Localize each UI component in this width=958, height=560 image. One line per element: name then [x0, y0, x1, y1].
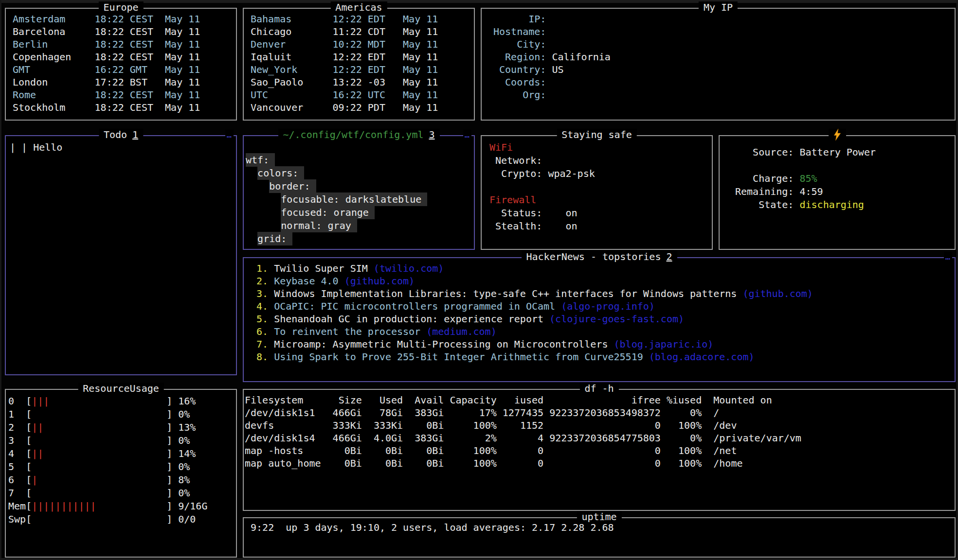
story-rank: 2. — [256, 275, 268, 287]
battery-line-label: Charge: — [735, 173, 794, 184]
uptime-output: 9:22 up 3 days, 19:10, 2 users, load ave… — [244, 518, 955, 557]
story-rank: 3. — [256, 288, 268, 299]
yaml-text-highlighted: focused: orange — [281, 206, 375, 219]
panel-todo[interactable]: Todo1 … | | Hello — [5, 135, 237, 375]
hackernews-story[interactable]: 3. Windows Implementation Libraries: typ… — [256, 287, 955, 300]
battery-line — [735, 159, 955, 172]
terminal-chrome-top — [0, 0, 958, 3]
meter-bracket-open: [ — [26, 395, 32, 407]
meter-value: 0% — [172, 461, 190, 472]
meter-bars: | — [32, 474, 166, 486]
clock-row: Copenhagen 18:22 CEST May 11 — [13, 51, 236, 63]
meter-bracket-close: ] — [166, 408, 172, 420]
ip-field-label: City: — [493, 38, 546, 50]
story-rank: 7. — [256, 338, 268, 350]
panel-hackernews[interactable]: HackerNews - topstories2 … 1. Twilio Sup… — [243, 257, 956, 382]
clock-row: Sao_Paolo 13:22 -03 May 11 — [251, 76, 474, 88]
usage-meter-row: 1 [ ] 0% — [8, 408, 236, 421]
ip-field-label: Coords: — [493, 76, 546, 88]
yaml-indent — [246, 207, 281, 218]
hackernews-story[interactable]: 2. Keybase 4.0 (github.com) — [256, 275, 955, 287]
todo-item[interactable]: | | Hello — [10, 141, 236, 154]
meter-bracket-open: [ — [26, 500, 32, 512]
europe-clock-list: Amsterdam 18:22 CEST May 11Barcelona 18:… — [6, 9, 236, 120]
meter-label: 1 — [8, 408, 26, 420]
usage-meter-row: Mem[||||||||||| ] 9/16G — [8, 500, 236, 513]
story-title: Shenandoah GC in production: experience … — [268, 313, 543, 325]
my-ip-fields: IP:Hostname: City: Region: California Co… — [482, 9, 955, 120]
hackernews-story[interactable]: 7. Microamp: Asymmetric Multi-Processing… — [256, 338, 955, 350]
story-source-link[interactable]: (clojure-goes-fast.com) — [543, 313, 684, 325]
security-line: Crypto: wpa2-psk — [489, 167, 712, 180]
meter-bracket-close: ] — [166, 500, 172, 512]
meter-value: 14% — [172, 448, 196, 459]
usage-meter-row: 7 [ ] 0% — [8, 487, 236, 500]
meter-bars — [32, 435, 166, 446]
yaml-indent — [246, 233, 257, 245]
meter-bars: ||| — [32, 395, 166, 407]
story-source-link[interactable]: (github.com) — [339, 275, 415, 287]
hackernews-story[interactable]: 1. Twilio Super SIM (twilio.com) — [256, 262, 955, 275]
clock-row: Stockholm 18:22 CEST May 11 — [13, 101, 236, 114]
story-source-link[interactable]: (medium.com) — [420, 326, 497, 337]
story-source-link[interactable]: (github.com) — [737, 288, 813, 299]
battery-line-value: discharging — [794, 199, 864, 210]
battery-line-value: Battery Power — [794, 146, 876, 158]
security-line: Firewall — [489, 193, 712, 207]
meter-value: 0% — [172, 435, 190, 446]
meter-label: 0 — [8, 395, 26, 407]
meter-label: 2 — [8, 421, 26, 433]
hackernews-story[interactable]: 4. OCaPIC: PIC microcontrollers programm… — [256, 300, 955, 313]
ip-field-value: California — [546, 51, 610, 63]
clock-row: UTC 16:22 UTC May 11 — [251, 88, 474, 101]
battery-line: Remaining: 4:59 — [735, 185, 955, 198]
battery-line: State: discharging — [735, 198, 955, 211]
usage-meter-row: 2 [|| ] 13% — [8, 421, 236, 434]
yaml-indent — [246, 180, 269, 192]
ip-field-label: Org: — [493, 89, 546, 101]
ip-field-label: Hostname: — [493, 26, 546, 37]
story-source-link[interactable]: (twilio.com) — [368, 262, 444, 274]
usage-meter-row: Swp[ ] 0/0 — [8, 513, 236, 526]
ip-field-row: Org: — [493, 88, 955, 101]
meter-bracket-open: [ — [26, 435, 32, 446]
hackernews-story[interactable]: 8. Using Spark to Prove 255-Bit Integer … — [256, 350, 955, 363]
usage-meter-row: 5 [ ] 0% — [8, 460, 236, 473]
hackernews-story[interactable]: 5. Shenandoah GC in production: experien… — [256, 313, 955, 325]
yaml-line: normal: gray — [246, 219, 474, 232]
meter-label: 3 — [8, 435, 26, 446]
ip-field-row: IP: — [493, 13, 955, 25]
clock-row: Berlin 18:22 CEST May 11 — [13, 38, 236, 51]
clock-row: New_York 12:22 EDT May 11 — [251, 63, 474, 76]
meter-label: 7 — [8, 487, 26, 499]
yaml-text-highlighted: wtf: — [246, 153, 275, 167]
hackernews-story[interactable]: 6. To reinvent the processor (medium.com… — [256, 325, 955, 338]
meter-bracket-open: [ — [26, 408, 32, 420]
meter-bracket-close: ] — [166, 474, 172, 486]
panel-config-yml[interactable]: ~/.config/wtf/config.yml3 … wtf: colors:… — [243, 135, 475, 250]
meter-value: 0% — [172, 408, 190, 420]
meter-label: 6 — [8, 474, 26, 486]
usage-meter-row: 3 [ ] 0% — [8, 434, 236, 447]
panel-europe-clocks: Europe Amsterdam 18:22 CEST May 11Barcel… — [5, 8, 237, 121]
story-source-link[interactable]: (blog.japaric.io) — [608, 338, 713, 350]
meter-bars: || — [32, 448, 166, 459]
clock-row: GMT 16:22 GMT May 11 — [13, 63, 236, 76]
story-title: OCaPIC: PIC microcontrollers programmed … — [268, 300, 555, 312]
battery-status-lines: Source: Battery Power Charge: 85%Remaini… — [720, 136, 955, 249]
story-source-link[interactable]: (blog.adacore.com) — [643, 351, 755, 363]
story-source-link[interactable]: (algo-prog.info) — [555, 300, 655, 312]
ip-field-label: Country: — [493, 64, 546, 75]
ip-field-label: IP: — [493, 13, 546, 25]
story-rank: 6. — [256, 326, 268, 337]
uptime-line: 9:22 up 3 days, 19:10, 2 users, load ave… — [245, 521, 955, 534]
meter-value: 16% — [172, 395, 196, 407]
yaml-line: focusable: darkslateblue — [246, 193, 474, 206]
battery-line-label: State: — [735, 199, 794, 210]
yaml-line: colors: — [246, 167, 474, 180]
meter-bracket-close: ] — [166, 421, 172, 433]
meter-bracket-close: ] — [166, 435, 172, 446]
ip-field-value: US — [546, 64, 563, 75]
panel-battery: Source: Battery Power Charge: 85%Remaini… — [719, 135, 956, 250]
security-line: WiFi — [489, 141, 712, 154]
